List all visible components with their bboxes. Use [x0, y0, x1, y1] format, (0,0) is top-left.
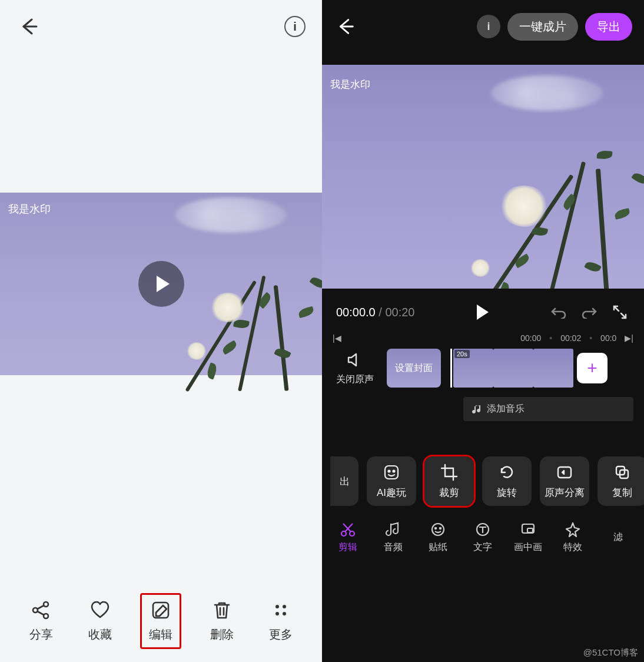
- auto-edit-button[interactable]: 一键成片: [507, 13, 578, 41]
- info-icon[interactable]: i: [477, 15, 500, 38]
- info-icon[interactable]: i: [284, 16, 306, 37]
- editor-preview[interactable]: 我是水印: [322, 65, 644, 289]
- timeline-ticks: |◀ 00:00 • 00:02 • 00:0 ▶|: [322, 333, 644, 343]
- tab-more[interactable]: 更多: [262, 595, 300, 647]
- tick-label: 00:02: [560, 333, 581, 343]
- clips-track[interactable]: 20s +: [450, 349, 633, 388]
- fullscreen-icon[interactable]: [610, 303, 630, 321]
- tool-rotate[interactable]: 旋转: [482, 456, 532, 506]
- tool-export-partial[interactable]: 出: [330, 456, 358, 506]
- skip-start-icon[interactable]: |◀: [333, 333, 341, 343]
- tool-audio-split[interactable]: 原声分离: [540, 456, 589, 506]
- svg-point-7: [283, 612, 286, 615]
- tick-label: 00:00: [520, 333, 541, 343]
- svg-point-10: [393, 470, 395, 472]
- tab-label: 分享: [29, 627, 53, 643]
- clip-row: 关闭原声 设置封面 20s +: [322, 343, 644, 393]
- editor-screen: i 一键成片 导出 我是水印: [322, 0, 644, 662]
- cat-sticker[interactable]: 贴纸: [418, 521, 458, 554]
- cat-audio[interactable]: 音频: [373, 521, 413, 554]
- redo-icon[interactable]: [579, 303, 599, 321]
- tool-ai-fun[interactable]: AI趣玩: [367, 456, 416, 506]
- svg-point-17: [435, 528, 436, 529]
- tab-label: 编辑: [149, 627, 172, 643]
- page-watermark: @51CTO博客: [583, 647, 638, 658]
- timeline: |◀ 00:00 • 00:02 • 00:0 ▶| 关闭原声 设置封面 20s: [322, 330, 644, 423]
- svg-point-4: [275, 605, 279, 608]
- category-row: 剪辑 音频 贴纸 文字 画中画 特效 滤: [322, 514, 644, 564]
- tool-crop[interactable]: 裁剪: [424, 456, 474, 506]
- play-icon[interactable]: [474, 304, 489, 320]
- cat-fx[interactable]: 特效: [553, 521, 593, 554]
- add-music-button[interactable]: 添加音乐: [463, 397, 633, 421]
- set-cover-button[interactable]: 设置封面: [387, 349, 441, 388]
- time-duration: 00:20: [385, 306, 414, 319]
- tab-label: 收藏: [88, 627, 112, 643]
- back-arrow-icon[interactable]: [334, 15, 356, 38]
- clip-thumbnail[interactable]: [533, 349, 573, 388]
- time-current: 00:00.0: [336, 306, 376, 319]
- cat-cut[interactable]: 剪辑: [328, 521, 368, 554]
- left-content: 我是水印: [0, 53, 322, 585]
- plant-decoration: [151, 222, 340, 393]
- cat-pip[interactable]: 画中画: [508, 521, 548, 554]
- cat-filter-partial[interactable]: 滤: [598, 531, 638, 544]
- tool-copy[interactable]: 复制: [597, 456, 644, 506]
- svg-point-5: [283, 605, 286, 608]
- add-clip-button[interactable]: +: [577, 353, 608, 383]
- time-display: 00:00.0 / 00:20: [336, 306, 414, 319]
- left-header: i: [0, 0, 322, 53]
- tab-edit[interactable]: 编辑: [140, 593, 181, 649]
- tab-share[interactable]: 分享: [22, 595, 60, 647]
- video-thumbnail[interactable]: 我是水印: [0, 193, 322, 375]
- undo-icon[interactable]: [549, 303, 569, 321]
- clip-thumbnail[interactable]: [493, 349, 533, 388]
- clip-thumbnail[interactable]: 20s: [453, 349, 493, 388]
- mute-label: 关闭原声: [336, 373, 374, 386]
- tab-favorite[interactable]: 收藏: [81, 595, 119, 647]
- svg-rect-21: [527, 528, 533, 532]
- tick-label: 00:0: [600, 333, 616, 343]
- watermark-text: 我是水印: [330, 78, 370, 91]
- tool-row: 出 AI趣玩 裁剪 旋转 原声分离 复制: [322, 423, 644, 514]
- left-bottom-tabs: 分享 收藏 编辑 删除 更多: [0, 585, 322, 662]
- tab-label: 更多: [269, 627, 293, 643]
- play-icon[interactable]: [138, 261, 184, 307]
- skip-end-icon[interactable]: ▶|: [625, 333, 633, 343]
- add-music-label: 添加音乐: [487, 403, 525, 415]
- svg-point-18: [440, 528, 441, 529]
- svg-rect-8: [385, 466, 398, 479]
- svg-point-16: [432, 524, 444, 535]
- tab-label: 删除: [210, 627, 234, 643]
- tab-delete[interactable]: 删除: [203, 595, 241, 647]
- clip-duration-badge: 20s: [454, 350, 470, 358]
- cat-text[interactable]: 文字: [463, 521, 503, 554]
- export-button[interactable]: 导出: [585, 13, 632, 41]
- mute-button[interactable]: 关闭原声: [333, 351, 377, 386]
- back-arrow-icon[interactable]: [16, 15, 40, 38]
- gallery-preview-screen: i 我是水印: [0, 0, 322, 662]
- svg-point-6: [275, 612, 279, 615]
- playback-controls: 00:00.0 / 00:20: [322, 294, 644, 330]
- svg-point-9: [389, 470, 390, 472]
- right-header: i 一键成片 导出: [322, 0, 644, 53]
- watermark-text: 我是水印: [8, 202, 51, 216]
